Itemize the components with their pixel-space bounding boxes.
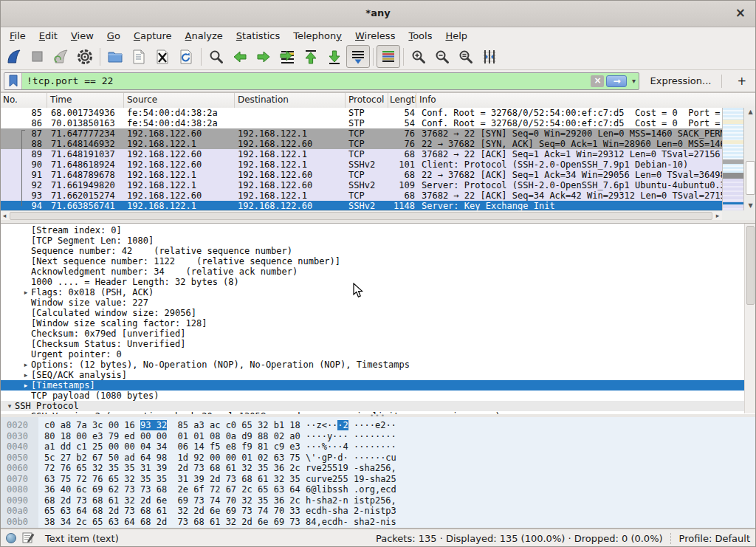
- menu-capture[interactable]: Capture: [127, 29, 179, 43]
- detail-next-sequence[interactable]: [Next sequence number: 1122 (relative se…: [0, 256, 756, 266]
- save-file-button[interactable]: [127, 45, 151, 68]
- packet-row-89[interactable]: 8971.648191037192.168.122.60192.168.122.…: [0, 149, 722, 159]
- detail-tcp-payload[interactable]: TCP payload (1080 bytes): [0, 391, 756, 401]
- detail-calc-window[interactable]: [Calculated window size: 29056]: [0, 308, 756, 318]
- filter-apply-button[interactable]: →: [606, 75, 627, 87]
- detail-checksum-status[interactable]: [Checksum Status: Unverified]: [0, 339, 756, 349]
- capture-options-button[interactable]: [73, 45, 97, 68]
- detail-header-length[interactable]: 1000 .... = Header Length: 32 bytes (8): [0, 277, 756, 287]
- menu-wireless[interactable]: Wireless: [348, 29, 402, 43]
- packet-row-87[interactable]: 8771.647777234192.168.122.60192.168.122.…: [0, 128, 722, 139]
- column-header-destination[interactable]: Destination: [235, 93, 346, 108]
- scroll-up-arrow-icon[interactable]: ▲: [744, 108, 756, 117]
- detail-checksum[interactable]: Checksum: 0x79ed [unverified]: [0, 328, 756, 339]
- menu-statistics[interactable]: Statistics: [230, 29, 286, 43]
- detail-stream-index[interactable]: [Stream index: 0]: [0, 225, 756, 235]
- menu-telephony[interactable]: Telephony: [286, 29, 348, 43]
- packet-list-vertical-scrollbar[interactable]: ▲ ▼: [743, 108, 756, 210]
- scroll-down-arrow-icon[interactable]: ▼: [744, 202, 756, 210]
- filter-bookmark-button[interactable]: [4, 73, 22, 89]
- stop-capture-button[interactable]: [26, 45, 49, 68]
- column-header-info[interactable]: Info: [416, 93, 756, 108]
- intelligent-scrollbar-minimap[interactable]: [722, 108, 744, 210]
- display-filter-input[interactable]: !tcp.port == 22 × → ▾: [4, 72, 639, 90]
- packet-row-88[interactable]: 8871.648146932192.168.122.1192.168.122.6…: [0, 139, 722, 149]
- scrollbar-thumb[interactable]: [746, 161, 755, 195]
- menu-view[interactable]: View: [64, 29, 100, 43]
- packet-list-horizontal-scrollbar[interactable]: ◂ ▸: [0, 210, 722, 220]
- zoom-in-button[interactable]: [407, 45, 430, 68]
- menu-go[interactable]: Go: [100, 29, 127, 43]
- menu-tools[interactable]: Tools: [402, 29, 439, 43]
- hex-row-0020[interactable]: 0020c0 a8 7a 3c 00 16 93 32 85 a3 ac c0 …: [0, 420, 756, 431]
- hex-row-0040[interactable]: 0040a1 dd c1 25 00 00 04 34 06 14 f5 e8 …: [0, 441, 756, 453]
- capture-comment-icon[interactable]: [22, 532, 35, 544]
- detail-options[interactable]: ▸Options: (12 bytes), No-Operation (NOP)…: [0, 359, 756, 370]
- hex-row-0050[interactable]: 00505c 27 b2 67 50 ad 64 98 1d 92 00 00 …: [0, 453, 756, 464]
- profile-label[interactable]: Profile: Default: [679, 533, 750, 544]
- hex-row-0090[interactable]: 009068 2d 73 68 61 32 2d 6e 69 73 74 70 …: [0, 495, 756, 506]
- hex-row-00b0[interactable]: 00b038 34 2c 65 63 64 68 2d 73 68 61 32 …: [0, 517, 756, 528]
- packet-row-93[interactable]: 9371.662015274192.168.122.60192.168.122.…: [0, 190, 722, 201]
- packet-row-85[interactable]: 8568.001734936fe:54:00:d4:38:2aSTP54Conf…: [0, 108, 722, 118]
- hex-row-0070[interactable]: 007063 75 72 76 65 32 35 35 31 39 2d 73 …: [0, 474, 756, 485]
- detail-ack-number[interactable]: Acknowledgment number: 34 (relative ack …: [0, 266, 756, 277]
- add-filter-button[interactable]: +: [731, 75, 752, 88]
- detail-urgent-pointer[interactable]: Urgent pointer: 0: [0, 349, 756, 359]
- go-last-packet-button[interactable]: [323, 45, 346, 68]
- hex-row-0080[interactable]: 008036 40 6c 69 62 73 73 68 2e 6f 72 67 …: [0, 484, 756, 495]
- go-first-packet-button[interactable]: [299, 45, 323, 68]
- start-capture-button[interactable]: [2, 45, 26, 68]
- filter-dropdown-arrow[interactable]: ▾: [628, 77, 639, 85]
- column-header-time[interactable]: Time: [47, 93, 124, 108]
- go-to-packet-button[interactable]: [275, 45, 299, 68]
- reload-file-button[interactable]: [174, 45, 198, 68]
- scrollbar-thumb[interactable]: [10, 212, 712, 220]
- restart-capture-button[interactable]: [49, 45, 73, 68]
- packet-row-90[interactable]: 9071.648618924192.168.122.60192.168.122.…: [0, 159, 722, 170]
- arrow-left-icon: [231, 48, 249, 66]
- colorize-packets-button[interactable]: [377, 45, 400, 68]
- column-header-source[interactable]: Source: [124, 93, 235, 108]
- hex-row-0060[interactable]: 006072 76 65 32 35 35 31 39 2d 73 68 61 …: [0, 463, 756, 474]
- detail-seq-ack-analysis[interactable]: ▸[SEQ/ACK analysis]: [0, 370, 756, 380]
- expert-info-icon[interactable]: [6, 533, 16, 543]
- packet-row-91[interactable]: 9171.648789678192.168.122.1192.168.122.6…: [0, 170, 722, 180]
- detail-sequence-number[interactable]: Sequence number: 42 (relative sequence n…: [0, 246, 756, 256]
- scroll-right-arrow-icon[interactable]: ▸: [713, 212, 722, 219]
- packet-row-94-selected[interactable]: 9471.663856741192.168.122.1192.168.122.6…: [0, 201, 722, 210]
- packet-row-92[interactable]: 9271.661949820192.168.122.1192.168.122.6…: [0, 180, 722, 190]
- scrollbar-thumb[interactable]: [746, 226, 755, 305]
- close-file-button[interactable]: [151, 45, 174, 68]
- auto-scroll-button[interactable]: [346, 45, 370, 68]
- detail-ssh-protocol[interactable]: ▾SSH Protocol: [0, 401, 756, 411]
- menu-analyze[interactable]: Analyze: [179, 29, 230, 43]
- hex-row-0030[interactable]: 003080 18 00 e3 79 ed 00 00 01 01 08 0a …: [0, 431, 756, 442]
- go-forward-button[interactable]: [252, 45, 275, 68]
- menu-file[interactable]: File: [3, 29, 32, 43]
- close-window-button[interactable]: ×: [732, 0, 749, 27]
- packet-row-86[interactable]: 8670.013850163fe:54:00:d4:38:2aSTP54Conf…: [0, 118, 722, 128]
- column-header-length[interactable]: Length: [388, 93, 416, 108]
- go-back-button[interactable]: [228, 45, 252, 68]
- menu-edit[interactable]: Edit: [32, 29, 64, 43]
- resize-columns-button[interactable]: [478, 45, 501, 68]
- menu-help[interactable]: Help: [439, 29, 474, 43]
- zoom-reset-button[interactable]: [454, 45, 478, 68]
- filter-clear-button[interactable]: ×: [591, 75, 604, 87]
- find-packet-button[interactable]: [205, 45, 228, 68]
- open-file-button[interactable]: [103, 45, 127, 68]
- scroll-left-arrow-icon[interactable]: ◂: [0, 212, 9, 219]
- column-header-protocol[interactable]: Protocol: [346, 93, 388, 108]
- details-vertical-scrollbar[interactable]: [744, 224, 756, 413]
- detail-segment-len[interactable]: [TCP Segment Len: 1080]: [0, 235, 756, 246]
- detail-timestamps-selected[interactable]: ▸[Timestamps]: [0, 380, 756, 391]
- detail-flags[interactable]: ▸Flags: 0x018 (PSH, ACK): [0, 287, 756, 297]
- zoom-out-button[interactable]: [430, 45, 454, 68]
- hex-row-00a0[interactable]: 00a065 63 64 68 2d 73 68 61 32 2d 6e 69 …: [0, 506, 756, 517]
- detail-window-scaling[interactable]: [Window size scaling factor: 128]: [0, 318, 756, 328]
- filter-value[interactable]: !tcp.port == 22: [22, 75, 591, 86]
- column-header-no[interactable]: No.: [0, 93, 47, 108]
- detail-window-size[interactable]: Window size value: 227: [0, 297, 756, 308]
- expression-button[interactable]: Expression...: [650, 75, 711, 86]
